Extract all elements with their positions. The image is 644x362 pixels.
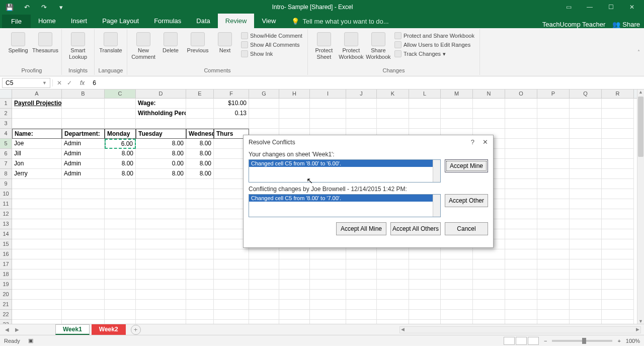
cell[interactable] <box>62 259 105 269</box>
row-header[interactable]: 10 <box>0 189 12 199</box>
cell[interactable] <box>186 320 214 324</box>
cell[interactable] <box>537 179 570 189</box>
zoom-out-icon[interactable]: − <box>544 338 547 344</box>
cell[interactable] <box>570 129 602 139</box>
cell[interactable] <box>346 119 377 129</box>
cell[interactable] <box>12 119 62 129</box>
cell[interactable] <box>136 310 186 320</box>
column-header[interactable]: P <box>537 89 570 98</box>
cell[interactable] <box>505 189 537 199</box>
cell[interactable] <box>105 290 136 300</box>
help-icon[interactable]: ? <box>471 138 474 146</box>
cell[interactable] <box>346 269 377 280</box>
macro-record-icon[interactable]: ▣ <box>28 337 33 344</box>
cell[interactable] <box>473 280 505 290</box>
cell[interactable] <box>310 269 346 280</box>
cell[interactable] <box>505 280 537 290</box>
cell[interactable] <box>537 209 570 219</box>
cell[interactable] <box>602 139 634 149</box>
cell[interactable] <box>570 109 602 119</box>
cell[interactable] <box>570 229 602 239</box>
list-scrollbar[interactable] <box>433 195 440 217</box>
cell[interactable] <box>570 159 602 169</box>
cell[interactable] <box>214 310 249 320</box>
cell[interactable]: Admin <box>62 149 105 159</box>
cell[interactable] <box>602 159 634 169</box>
row-header[interactable]: 12 <box>0 209 12 219</box>
sheet-tab-week2[interactable]: Week2 <box>92 324 126 335</box>
cell[interactable] <box>62 109 105 119</box>
row-header[interactable]: 4 <box>0 129 12 139</box>
cell[interactable] <box>537 139 570 149</box>
save-icon[interactable]: 💾 <box>4 2 15 13</box>
cell[interactable] <box>214 269 249 280</box>
cell[interactable] <box>409 310 441 320</box>
cell[interactable] <box>186 109 214 119</box>
cell[interactable] <box>279 290 310 300</box>
smart-lookup-button[interactable]: Smart Lookup <box>65 30 91 62</box>
cell[interactable] <box>136 119 186 129</box>
protect-workbook-button[interactable]: Protect Workbook <box>338 30 364 62</box>
cell[interactable] <box>279 109 310 119</box>
cell[interactable] <box>602 300 634 310</box>
column-header[interactable]: R <box>602 89 634 98</box>
cell[interactable] <box>105 119 136 129</box>
cell[interactable] <box>186 269 214 280</box>
cell[interactable] <box>377 290 409 300</box>
cell[interactable] <box>377 119 409 129</box>
cell[interactable] <box>537 249 570 259</box>
cell[interactable] <box>279 280 310 290</box>
cell[interactable] <box>279 249 310 259</box>
cell[interactable] <box>505 149 537 159</box>
list-item[interactable]: Changed cell C5 from '8.00' to '7.00'. <box>249 195 440 202</box>
cell[interactable] <box>537 199 570 209</box>
column-header[interactable]: Q <box>570 89 602 98</box>
cell[interactable] <box>377 99 409 109</box>
row-header[interactable]: 21 <box>0 300 12 310</box>
cell[interactable] <box>602 239 634 249</box>
cell[interactable]: Wage: <box>136 99 186 109</box>
cell[interactable] <box>602 199 634 209</box>
cell[interactable] <box>105 189 136 199</box>
cell[interactable] <box>279 320 310 324</box>
cell[interactable] <box>570 219 602 229</box>
cell[interactable]: Name: <box>12 129 62 139</box>
cell[interactable] <box>473 300 505 310</box>
cell[interactable] <box>505 129 537 139</box>
cell[interactable] <box>310 99 346 109</box>
column-header[interactable]: I <box>310 89 346 98</box>
cell[interactable] <box>602 310 634 320</box>
cell[interactable] <box>310 290 346 300</box>
undo-icon[interactable]: ↶ <box>21 2 32 13</box>
cell[interactable] <box>473 310 505 320</box>
cell[interactable] <box>473 320 505 324</box>
cell[interactable] <box>505 300 537 310</box>
select-all-corner[interactable] <box>0 89 12 98</box>
horizontal-scrollbar[interactable]: ◀ ▶ <box>399 326 641 333</box>
column-header[interactable]: E <box>186 89 214 98</box>
cell[interactable] <box>537 280 570 290</box>
cell[interactable]: 8.00 <box>105 159 136 169</box>
cell[interactable] <box>62 320 105 324</box>
column-header[interactable]: B <box>62 89 105 98</box>
cell[interactable] <box>105 99 136 109</box>
cell[interactable] <box>473 249 505 259</box>
cell[interactable] <box>214 119 249 129</box>
cell[interactable] <box>602 99 634 109</box>
cell[interactable] <box>186 249 214 259</box>
cell[interactable] <box>505 199 537 209</box>
cell[interactable] <box>310 310 346 320</box>
row-header[interactable]: 18 <box>0 269 12 280</box>
protect-sheet-button[interactable]: Protect Sheet <box>311 30 337 62</box>
sheet-nav-next-icon[interactable]: ▶ <box>13 327 21 332</box>
cell[interactable] <box>537 189 570 199</box>
cell[interactable] <box>346 320 377 324</box>
cell[interactable] <box>310 119 346 129</box>
name-box[interactable]: C5▼ <box>2 78 50 88</box>
next-comment-button[interactable]: Next <box>212 30 238 56</box>
cell[interactable] <box>537 300 570 310</box>
cell[interactable] <box>186 209 214 219</box>
row-header[interactable]: 1 <box>0 99 12 109</box>
translate-button[interactable]: Translate <box>98 30 124 56</box>
row-header[interactable]: 17 <box>0 259 12 269</box>
